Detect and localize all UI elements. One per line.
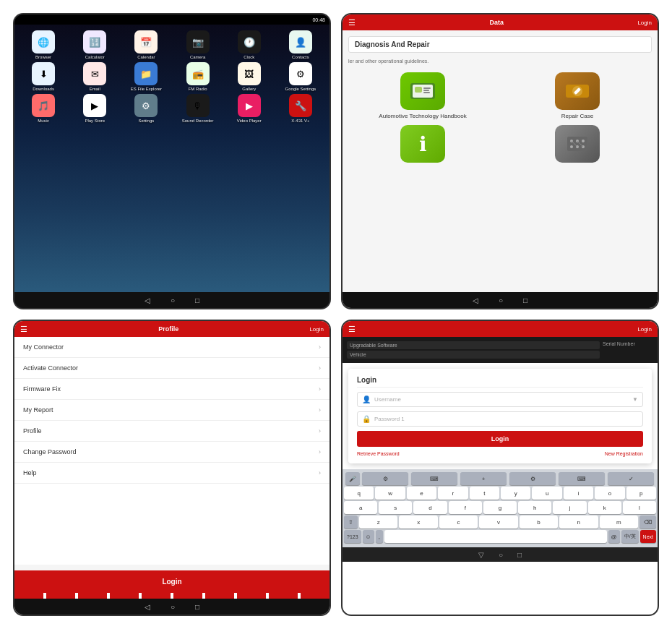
app-contacts[interactable]: 👤 Contacts (276, 30, 325, 59)
kb-comma[interactable]: , (376, 530, 383, 543)
app-sound-recorder[interactable]: 🎙 Sound Recorder (173, 94, 222, 123)
kb-v[interactable]: v (479, 515, 517, 529)
kb-q[interactable]: q (344, 487, 374, 500)
app-play-store[interactable]: ▶ Play Store (70, 94, 119, 123)
panel3-nav-back[interactable]: ◁ (145, 603, 150, 611)
kb-e[interactable]: e (407, 487, 436, 500)
menu-item-profile[interactable]: Profile › (14, 421, 329, 442)
kb-x[interactable]: x (399, 515, 437, 529)
kb-j[interactable]: j (553, 501, 586, 514)
panel2-nav-recent[interactable]: □ (523, 296, 527, 304)
username-field[interactable]: 👤 Username ▼ (357, 392, 643, 407)
app-browser[interactable]: 🌐 Browser (19, 30, 68, 59)
menu-item-change-password[interactable]: Change Password › (14, 442, 329, 463)
kb-o[interactable]: o (595, 487, 624, 500)
profile-header-login[interactable]: Login (309, 326, 324, 333)
app-grid-row1: 🌐 Browser 🔢 Calculator 📅 Calendar 📷 Came… (19, 30, 325, 59)
panel3-nav-home[interactable]: ○ (171, 603, 175, 611)
menu-item-help[interactable]: Help › (14, 463, 329, 484)
kb-cn-en[interactable]: 中/英 (621, 530, 639, 543)
kb-u[interactable]: u (532, 487, 561, 500)
password-field[interactable]: 🔒 Password 1 (357, 411, 643, 427)
app-video-player[interactable]: ▶ Video Player (225, 94, 274, 123)
retrieve-password-link[interactable]: Retrieve Password (357, 451, 400, 456)
kb-t[interactable]: t (470, 487, 499, 500)
app-es-file[interactable]: 📁 ES File Explorer (121, 62, 171, 91)
kb-at[interactable]: @ (608, 530, 620, 543)
automotive-handbook-item[interactable]: Automotive Technology Handbook (348, 72, 497, 119)
kb-backspace[interactable]: ⌫ (639, 515, 656, 529)
kb-n[interactable]: n (559, 515, 598, 529)
data-header-login[interactable]: Login (637, 20, 652, 26)
app-x431[interactable]: 🔧 X-431 V+ (276, 94, 325, 123)
panel4-nav-home[interactable]: ○ (499, 551, 503, 559)
kb-h[interactable]: h (518, 501, 551, 514)
nav-recent[interactable]: □ (195, 296, 199, 304)
connector-item[interactable] (503, 125, 652, 163)
kb-settings-key[interactable]: ⚙ (509, 472, 556, 485)
app-fm-radio[interactable]: 📻 FM Radio (173, 62, 222, 91)
menu-item-my-report[interactable]: My Report › (14, 400, 329, 421)
app-email[interactable]: ✉ Email (70, 62, 119, 91)
kb-c[interactable]: c (439, 515, 478, 529)
app-calendar[interactable]: 📅 Calendar (121, 30, 171, 59)
kb-a[interactable]: a (344, 501, 377, 514)
login-header-login[interactable]: Login (637, 326, 652, 333)
panel2-nav-back[interactable]: ◁ (473, 296, 478, 304)
app-settings[interactable]: ⚙ Settings (121, 94, 171, 123)
panel4-nav-back[interactable]: ▽ (478, 551, 484, 559)
kb-emoji[interactable]: ☺ (363, 530, 374, 543)
kb-l[interactable]: l (623, 501, 656, 514)
clock-icon: 🕐 (238, 30, 261, 54)
panel3-nav-recent[interactable]: □ (195, 603, 199, 611)
kb-k[interactable]: k (588, 501, 621, 514)
kb-plus-key[interactable]: + (460, 472, 507, 485)
kb-w[interactable]: w (375, 487, 405, 500)
kb-lang-key[interactable]: ⌨ (559, 472, 605, 485)
kb-space[interactable] (384, 530, 607, 543)
app-calculator[interactable]: 🔢 Calculator (70, 30, 119, 59)
app-gallery[interactable]: 🖼 Gallery (225, 62, 274, 91)
kb-p[interactable]: p (626, 487, 656, 500)
kb-check-key[interactable]: ✓ (608, 472, 654, 485)
nav-back[interactable]: ◁ (145, 296, 150, 304)
menu-item-firmware-fix[interactable]: Firmware Fix › (14, 379, 329, 400)
kb-keyboard-key[interactable]: ⌨ (411, 472, 457, 485)
app-music[interactable]: 🎵 Music (19, 94, 68, 123)
menu-item-my-connector[interactable]: My Connector › (14, 337, 329, 358)
app-google-settings[interactable]: ⚙ Google Settings (276, 62, 325, 91)
kb-d[interactable]: d (413, 501, 447, 514)
app-clock[interactable]: 🕐 Clock (225, 30, 274, 59)
kb-z[interactable]: z (359, 515, 397, 529)
info-item[interactable]: ℹ (348, 125, 497, 163)
app-downloads[interactable]: ⬇ Downloads (19, 62, 68, 91)
kb-123[interactable]: ?123 (344, 530, 361, 543)
kb-gear-key[interactable]: ⚙ (362, 472, 408, 485)
profile-login-label: Login (162, 578, 181, 586)
kb-mic-key[interactable]: 🎤 (345, 472, 360, 485)
svg-rect-2 (415, 87, 422, 93)
profile-login-button[interactable]: Login (14, 570, 329, 593)
panel4-nav-recent[interactable]: □ (517, 551, 522, 559)
login-button[interactable]: Login (357, 431, 643, 447)
profile-menu-icon[interactable]: ☰ (20, 325, 27, 334)
nav-home[interactable]: ○ (171, 296, 175, 304)
kb-r[interactable]: r (438, 487, 468, 500)
repair-case-item[interactable]: Repair Case (503, 72, 652, 119)
kb-g[interactable]: g (483, 501, 517, 514)
panel2-nav-home[interactable]: ○ (499, 296, 503, 304)
change-password-label: Change Password (23, 448, 77, 455)
app-camera[interactable]: 📷 Camera (173, 30, 222, 59)
menu-icon[interactable]: ☰ (348, 18, 356, 27)
kb-m[interactable]: m (600, 515, 638, 529)
kb-i[interactable]: i (564, 487, 593, 500)
kb-y[interactable]: y (501, 487, 530, 500)
login-menu-icon[interactable]: ☰ (348, 325, 356, 334)
kb-b[interactable]: b (520, 515, 558, 529)
kb-f[interactable]: f (449, 501, 482, 514)
menu-item-activate-connector[interactable]: Activate Connector › (14, 358, 329, 379)
kb-next[interactable]: Next (640, 530, 656, 543)
kb-s[interactable]: s (379, 501, 412, 514)
kb-shift[interactable]: ⇧ (344, 515, 358, 529)
new-registration-link[interactable]: New Registration (605, 451, 643, 456)
